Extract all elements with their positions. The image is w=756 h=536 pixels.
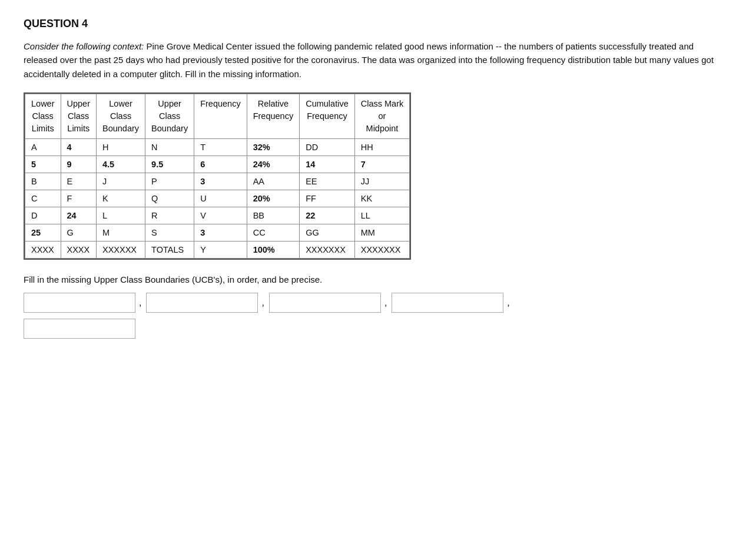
table-row: A 4 H N T 32% DD HH xyxy=(25,138,410,155)
cell-r3-c0: C xyxy=(25,190,61,207)
cell-r6-c6: XXXXXXX xyxy=(300,241,355,258)
cell-r5-c1: G xyxy=(61,224,97,241)
comma-1: , xyxy=(139,297,141,308)
cell-r0-c5: 32% xyxy=(247,138,300,155)
cell-r4-c7: LL xyxy=(354,207,410,224)
cell-r6-c5: 100% xyxy=(247,241,300,258)
frequency-table: LowerClassLimits UpperClassLimits LowerC… xyxy=(25,94,410,259)
cell-r2-c7: JJ xyxy=(354,173,410,190)
cell-r1-c6: 14 xyxy=(300,155,355,173)
table-header-row: LowerClassLimits UpperClassLimits LowerC… xyxy=(25,94,410,138)
cell-r2-c0: B xyxy=(25,173,61,190)
context-paragraph: Consider the following context: Pine Gro… xyxy=(24,39,718,81)
cell-r0-c0: A xyxy=(25,138,61,155)
cell-r1-c3: 9.5 xyxy=(145,155,194,173)
input-row-4: , xyxy=(392,293,514,313)
cell-r4-c6: 22 xyxy=(300,207,355,224)
cell-r0-c6: DD xyxy=(300,138,355,155)
ucb-input-4[interactable] xyxy=(392,293,503,313)
input-group-3: , xyxy=(269,293,392,316)
cell-r6-c3: TOTALS xyxy=(145,241,194,258)
cell-r6-c7: XXXXXXX xyxy=(354,241,410,258)
cell-r3-c4: U xyxy=(194,190,247,207)
comma-4: , xyxy=(507,297,509,308)
cell-r0-c1: 4 xyxy=(61,138,97,155)
cell-r5-c6: GG xyxy=(300,224,355,241)
input-row-1: , xyxy=(24,293,146,313)
cell-r3-c2: K xyxy=(97,190,145,207)
table-row: 25 G M S 3 CC GG MM xyxy=(25,224,410,241)
ucb-input-1[interactable] xyxy=(24,293,135,313)
cell-r4-c3: R xyxy=(145,207,194,224)
cell-r6-c4: Y xyxy=(194,241,247,258)
input-group-1: , xyxy=(24,293,146,339)
cell-r6-c1: XXXX xyxy=(61,241,97,258)
cell-r6-c0: XXXX xyxy=(25,241,61,258)
cell-r3-c3: Q xyxy=(145,190,194,207)
cell-r2-c3: P xyxy=(145,173,194,190)
cell-r3-c7: KK xyxy=(354,190,410,207)
header-lower-class-boundary: LowerClassBoundary xyxy=(97,94,145,138)
header-frequency: Frequency xyxy=(194,94,247,138)
cell-r4-c4: V xyxy=(194,207,247,224)
table-wrapper: LowerClassLimits UpperClassLimits LowerC… xyxy=(24,92,411,260)
header-upper-class-limits: UpperClassLimits xyxy=(61,94,97,138)
table-row: C F K Q U 20% FF KK xyxy=(25,190,410,207)
cell-r0-c7: HH xyxy=(354,138,410,155)
cell-r5-c7: MM xyxy=(354,224,410,241)
cell-r5-c4: 3 xyxy=(194,224,247,241)
input-row-3: , xyxy=(269,293,392,313)
header-class-mark: Class MarkorMidpoint xyxy=(354,94,410,138)
cell-r1-c4: 6 xyxy=(194,155,247,173)
cell-r1-c7: 7 xyxy=(354,155,410,173)
answer-inputs-section: , , , , xyxy=(24,293,732,339)
cell-r2-c5: AA xyxy=(247,173,300,190)
table-row: B E J P 3 AA EE JJ xyxy=(25,173,410,190)
cell-r4-c1: 24 xyxy=(61,207,97,224)
header-relative-frequency: RelativeFrequency xyxy=(247,94,300,138)
cell-r6-c2: XXXXXX xyxy=(97,241,145,258)
cell-r3-c6: FF xyxy=(300,190,355,207)
cell-r3-c1: F xyxy=(61,190,97,207)
cell-r1-c5: 24% xyxy=(247,155,300,173)
cell-r1-c1: 9 xyxy=(61,155,97,173)
header-cumulative-frequency: CumulativeFrequency xyxy=(300,94,355,138)
table-row: 5 9 4.5 9.5 6 24% 14 7 xyxy=(25,155,410,173)
ucb-input-extra[interactable] xyxy=(24,319,135,339)
cell-r4-c5: BB xyxy=(247,207,300,224)
cell-r0-c4: T xyxy=(194,138,247,155)
cell-r5-c0: 25 xyxy=(25,224,61,241)
comma-3: , xyxy=(384,297,387,308)
comma-2: , xyxy=(261,297,264,308)
table-row-totals: XXXX XXXX XXXXXX TOTALS Y 100% XXXXXXX X… xyxy=(25,241,410,258)
cell-r1-c0: 5 xyxy=(25,155,61,173)
ucb-input-3[interactable] xyxy=(269,293,381,313)
cell-r0-c2: H xyxy=(97,138,145,155)
cell-r5-c5: CC xyxy=(247,224,300,241)
context-italic-label: Consider the following context: xyxy=(24,41,144,51)
header-lower-class-limits: LowerClassLimits xyxy=(25,94,61,138)
cell-r2-c2: J xyxy=(97,173,145,190)
cell-r2-c1: E xyxy=(61,173,97,190)
table-row: D 24 L R V BB 22 LL xyxy=(25,207,410,224)
ucb-input-2[interactable] xyxy=(146,293,258,313)
cell-r3-c5: 20% xyxy=(247,190,300,207)
input-row-2: , xyxy=(146,293,268,313)
cell-r5-c2: M xyxy=(97,224,145,241)
cell-r1-c2: 4.5 xyxy=(97,155,145,173)
input-group-2: , xyxy=(146,293,268,316)
header-upper-class-boundary: UpperClassBoundary xyxy=(145,94,194,138)
fill-instruction: Fill in the missing Upper Class Boundari… xyxy=(24,274,671,284)
cell-r5-c3: S xyxy=(145,224,194,241)
cell-r4-c0: D xyxy=(25,207,61,224)
cell-r2-c6: EE xyxy=(300,173,355,190)
cell-r2-c4: 3 xyxy=(194,173,247,190)
question-title: QUESTION 4 xyxy=(24,18,732,30)
input-group-4: , xyxy=(392,293,514,316)
cell-r4-c2: L xyxy=(97,207,145,224)
cell-r0-c3: N xyxy=(145,138,194,155)
